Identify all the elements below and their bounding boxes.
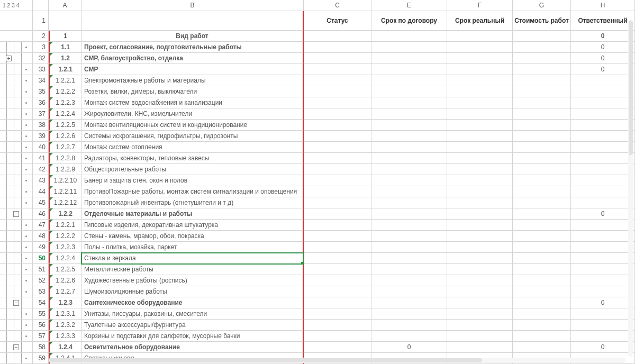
- cell-F39[interactable]: [447, 131, 513, 142]
- cell-B41[interactable]: Радиаторы, конвекторы, тепловые завесы: [81, 153, 304, 164]
- col-head-C[interactable]: C: [304, 0, 371, 11]
- row-head-56[interactable]: 56: [33, 320, 49, 331]
- vertical-scrollbar[interactable]: [628, 20, 633, 357]
- row-head-50[interactable]: 50: [33, 253, 49, 264]
- cell-H51[interactable]: [571, 264, 635, 275]
- cell-H58[interactable]: 0: [571, 342, 635, 353]
- cell-H39[interactable]: [571, 131, 635, 142]
- cell-C46[interactable]: [304, 208, 371, 220]
- outline-gutter[interactable]: [0, 64, 33, 75]
- col-head-F[interactable]: F: [447, 0, 513, 11]
- col-head-B[interactable]: B: [81, 0, 304, 11]
- outline-gutter[interactable]: [0, 142, 33, 153]
- cell-B56[interactable]: Туалетные аксессуары/фурнитура: [81, 320, 304, 331]
- cell-H47[interactable]: [571, 220, 635, 231]
- cell-A54[interactable]: 1.2.3: [49, 297, 81, 308]
- cell-C42[interactable]: [304, 164, 371, 175]
- outline-gutter[interactable]: [0, 320, 33, 331]
- cell-G42[interactable]: [513, 164, 571, 175]
- cell-G33[interactable]: [513, 64, 571, 75]
- cell-A49[interactable]: 1.2.2.3: [49, 242, 81, 253]
- row-head-53[interactable]: 53: [33, 286, 49, 297]
- cell-G52[interactable]: [513, 275, 571, 286]
- row-head-40[interactable]: 40: [33, 142, 49, 153]
- row-head-33[interactable]: 33: [33, 64, 49, 75]
- cell-C33[interactable]: [304, 64, 371, 75]
- row-head-52[interactable]: 52: [33, 275, 49, 286]
- cell-G36[interactable]: [513, 97, 571, 108]
- outline-gutter[interactable]: [0, 253, 33, 264]
- cell-A56[interactable]: 1.2.3.2: [49, 320, 81, 331]
- cell-H35[interactable]: [571, 86, 635, 97]
- cell-H34[interactable]: [571, 75, 635, 86]
- cell-G51[interactable]: [513, 264, 571, 275]
- row-head-2[interactable]: 2: [33, 31, 49, 42]
- cell-A51[interactable]: 1.2.2.5: [49, 264, 81, 275]
- cell-H50[interactable]: [571, 253, 635, 264]
- cell-A57[interactable]: 1.2.3.3: [49, 331, 81, 342]
- cell-B3[interactable]: Проект, согласование, подготовительные р…: [81, 42, 304, 53]
- cell-C48[interactable]: [304, 231, 371, 242]
- cell-A46[interactable]: 1.2.2: [49, 208, 81, 220]
- cell-B44[interactable]: ПротивоПожарные работы, монтаж систем си…: [81, 186, 304, 197]
- cell-G53[interactable]: [513, 286, 571, 297]
- cell-G1[interactable]: Стоимость работ: [513, 11, 571, 31]
- cell-G39[interactable]: [513, 131, 571, 142]
- cell-G38[interactable]: [513, 120, 571, 131]
- cell-B39[interactable]: Системы искрогашения, гидрофильтры, гидр…: [81, 131, 304, 142]
- cell-C45[interactable]: [304, 197, 371, 208]
- row-head-57[interactable]: 57: [33, 331, 49, 342]
- cell-F48[interactable]: [447, 231, 513, 242]
- cell-E46[interactable]: [371, 208, 447, 220]
- cell-B50[interactable]: Стекла и зеркала: [81, 253, 304, 264]
- cell-C41[interactable]: [304, 153, 371, 164]
- outline-gutter[interactable]: −: [0, 342, 33, 353]
- cell-C55[interactable]: [304, 308, 371, 320]
- cell-B47[interactable]: Гипсовые изделия, декоративная штукатурк…: [81, 220, 304, 231]
- outline-gutter[interactable]: [0, 75, 33, 86]
- cell-E2[interactable]: [371, 31, 447, 42]
- cell-G54[interactable]: [513, 297, 571, 308]
- cell-F49[interactable]: [447, 242, 513, 253]
- cell-A38[interactable]: 1.2.2.5: [49, 120, 81, 131]
- cell-E44[interactable]: [371, 186, 447, 197]
- cell-C38[interactable]: [304, 120, 371, 131]
- cell-G58[interactable]: [513, 342, 571, 353]
- cell-C3[interactable]: [304, 42, 371, 53]
- cell-A58[interactable]: 1.2.4: [49, 342, 81, 353]
- cell-A43[interactable]: 1.2.2.10: [49, 175, 81, 186]
- row-head-35[interactable]: 35: [33, 86, 49, 97]
- cell-E53[interactable]: [371, 286, 447, 297]
- cell-E32[interactable]: [371, 53, 447, 64]
- outline-gutter[interactable]: +: [0, 53, 33, 64]
- cell-H53[interactable]: [571, 286, 635, 297]
- row-head-58[interactable]: 58: [33, 342, 49, 353]
- cell-G50[interactable]: [513, 253, 571, 264]
- cell-E50[interactable]: [371, 253, 447, 264]
- row-head-32[interactable]: 32: [33, 53, 49, 64]
- row-head-39[interactable]: 39: [33, 131, 49, 142]
- row-head-37[interactable]: 37: [33, 108, 49, 120]
- cell-B34[interactable]: Электромонтажные работы и материалы: [81, 75, 304, 86]
- cell-E47[interactable]: [371, 220, 447, 231]
- cell-E40[interactable]: [371, 142, 447, 153]
- cell-F58[interactable]: [447, 342, 513, 353]
- cell-E1[interactable]: Срок по договору: [371, 11, 447, 31]
- outline-gutter[interactable]: [0, 331, 33, 342]
- cell-E45[interactable]: [371, 197, 447, 208]
- cell-F43[interactable]: [447, 175, 513, 186]
- cell-B40[interactable]: Монтаж систем отопления: [81, 142, 304, 153]
- cell-E42[interactable]: [371, 164, 447, 175]
- cell-B33[interactable]: СМР: [81, 64, 304, 75]
- outline-gutter[interactable]: [0, 286, 33, 297]
- cell-G34[interactable]: [513, 75, 571, 86]
- row-head-34[interactable]: 34: [33, 75, 49, 86]
- cell-B58[interactable]: Осветительное оборудование: [81, 342, 304, 353]
- cell-A44[interactable]: 1.2.2.11: [49, 186, 81, 197]
- outline-gutter[interactable]: [0, 164, 33, 175]
- cell-E34[interactable]: [371, 75, 447, 86]
- cell-H2[interactable]: 0: [571, 31, 635, 42]
- cell-F41[interactable]: [447, 153, 513, 164]
- cell-E38[interactable]: [371, 120, 447, 131]
- cell-F32[interactable]: [447, 53, 513, 64]
